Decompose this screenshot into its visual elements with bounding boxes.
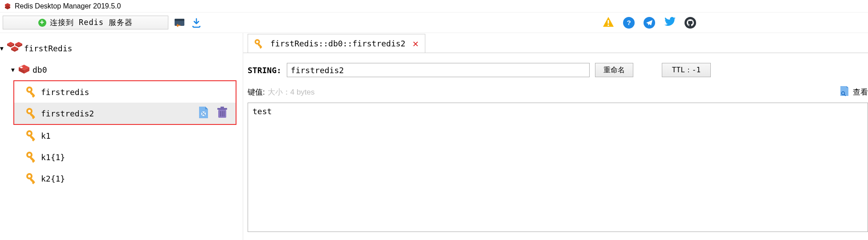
svg-point-21 [28,88,31,91]
redis-server-icon [6,41,23,55]
rename-button[interactable]: 重命名 [595,63,633,77]
connect-button[interactable]: + 连接到 Redis 服务器 [3,16,168,29]
value-header-right: 查看 [839,85,868,99]
terminal-import-icon[interactable] [174,17,185,29]
plus-circle-icon: + [38,19,46,27]
key-name: k2{1} [41,174,65,183]
key-icon [25,107,38,120]
svg-point-25 [28,110,31,112]
toolbar-right: ? [603,17,696,29]
download-icon[interactable] [191,17,202,29]
window-titlebar: Redis Desktop Manager 2019.5.0 [0,0,868,12]
key-icon [25,151,38,163]
tree-key-row[interactable]: firstredis [14,81,236,103]
value-header: 键值: 大小：4 bytes 查看 [248,85,868,99]
tab-bar: firstRedis::db0::firstredis2 ✕ [243,33,868,53]
app-icon [4,3,11,10]
key-name: firstredis [41,87,89,97]
svg-point-47 [28,175,31,178]
key-detail-panel: firstRedis::db0::firstredis2 ✕ STRING: 重… [243,33,868,240]
db-name: db0 [33,65,47,74]
svg-rect-36 [222,111,223,116]
key-icon [25,129,38,142]
svg-rect-6 [608,25,609,26]
svg-point-30 [204,114,205,116]
svg-rect-3 [175,19,184,21]
tree-key-row[interactable]: firstredis2 [14,103,236,124]
redis-db-icon [17,64,31,75]
warn-icon[interactable] [603,17,614,29]
copy-key-icon[interactable] [197,106,209,121]
svg-rect-35 [220,111,221,116]
svg-point-39 [28,132,31,135]
tree-key-row[interactable]: k1{1} [0,146,243,168]
view-mode-icon[interactable] [839,85,849,99]
delete-key-icon[interactable] [217,106,228,120]
help-icon[interactable]: ? [623,17,635,29]
svg-rect-37 [224,111,224,116]
github-icon[interactable] [685,17,696,29]
key-icon [253,37,266,50]
twitter-icon[interactable] [664,17,676,28]
window-title: Redis Desktop Manager 2019.5.0 [15,2,121,10]
view-mode-label[interactable]: 查看 [853,87,868,97]
key-tab[interactable]: firstRedis::db0::firstredis2 ✕ [248,34,425,53]
tree-connection-row[interactable]: ▼ firstRedis [0,37,243,59]
ttl-button[interactable]: TTL：-1 [662,63,711,77]
svg-rect-5 [608,20,609,24]
key-tree-sidebar: ▼ firstRedis ▼ db0 [0,33,243,240]
svg-rect-34 [220,107,224,108]
svg-point-43 [28,153,31,156]
key-name: k1{1} [41,153,65,162]
svg-point-51 [256,41,258,43]
value-size-label: 大小：4 bytes [268,87,315,97]
key-name-input[interactable] [287,63,590,77]
tab-title: firstRedis::db0::firstredis2 [270,39,405,48]
key-type-label: STRING: [248,66,281,75]
main-area: ▼ firstRedis ▼ db0 [0,33,868,240]
highlighted-keys-box: firstredis firstredis2 [13,80,236,125]
connect-button-label: 连接到 Redis 服务器 [50,17,133,28]
tree-key-row[interactable]: k1 [0,125,243,146]
tree-key-row[interactable]: k2{1} [0,168,243,189]
key-name-row: STRING: 重命名 TTL：-1 [248,63,868,77]
value-textarea[interactable]: test [248,103,868,232]
toolbar: + 连接到 Redis 服务器 ? [0,12,868,33]
key-row-actions [197,106,228,121]
expand-arrow-icon: ▼ [11,66,17,73]
key-name: k1 [41,131,51,141]
key-icon [25,86,38,98]
svg-point-29 [202,112,204,114]
expand-arrow-icon: ▼ [0,45,6,52]
svg-rect-33 [217,108,227,110]
value-header-label: 键值: [248,87,265,97]
key-name: firstredis2 [41,109,94,118]
tree-db-row[interactable]: ▼ db0 [0,59,243,80]
telegram-icon[interactable] [644,17,655,29]
connection-name: firstRedis [24,44,72,53]
key-icon [25,172,38,185]
close-tab-icon[interactable]: ✕ [412,38,418,49]
